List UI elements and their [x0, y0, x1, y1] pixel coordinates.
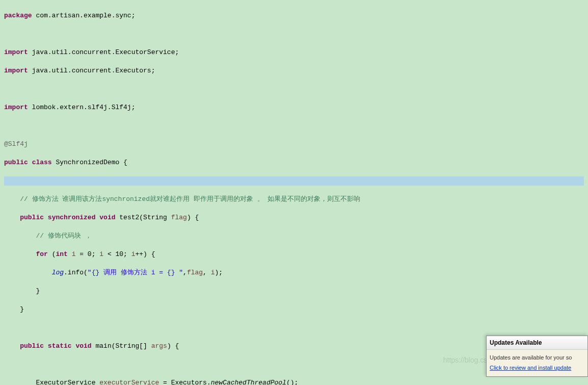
popup-line1: Updates are available for your so — [490, 353, 584, 362]
updates-popup[interactable]: Updates Available Updates are available … — [486, 336, 588, 377]
text: ) { — [187, 214, 199, 221]
code-line: import java.util.concurrent.ExecutorServ… — [4, 48, 584, 57]
highlighted-line — [4, 176, 584, 186]
keyword: public — [4, 159, 28, 166]
keyword: import — [4, 67, 28, 74]
popup-title: Updates Available — [487, 336, 587, 350]
variable: args — [151, 342, 167, 350]
code-line: import lombok.extern.slf4j.Slf4j; — [4, 103, 584, 112]
keyword: package — [4, 12, 32, 19]
variable: i — [99, 250, 103, 258]
keyword: import — [4, 104, 28, 111]
keyword: for — [36, 250, 47, 258]
keyword: class — [32, 159, 52, 166]
keyword: void — [99, 214, 115, 221]
variable: flag — [187, 269, 203, 276]
code-line: import java.util.concurrent.Executors; — [4, 66, 584, 75]
code-line: package com.artisan.example.sync; — [4, 11, 584, 20]
code-line: for (int i = 0; i < 10; i++) { — [4, 250, 584, 259]
text: lombok.extern.slf4j.Slf4j; — [28, 104, 136, 111]
code-line — [4, 85, 584, 94]
code-line: // 修饰方法 谁调用该方法synchronized就对谁起作用 即作用于调用的… — [4, 195, 584, 204]
static-method: newCachedThreadPool — [211, 379, 286, 385]
code-line: } — [4, 305, 584, 314]
code-line: ExecutorService executorService = Execut… — [4, 378, 584, 385]
keyword: void — [75, 342, 91, 350]
comment: // 修饰代码块 ， — [4, 232, 92, 240]
keyword: import — [4, 48, 28, 56]
code-line — [4, 121, 584, 131]
text: java.util.concurrent.ExecutorService; — [28, 48, 179, 56]
keyword: int — [56, 250, 67, 258]
keyword: public — [20, 342, 44, 350]
keyword: static — [48, 342, 72, 350]
code-editor[interactable]: package com.artisan.example.sync; import… — [0, 0, 588, 385]
code-line: public synchronized void test2(String fl… — [4, 213, 584, 222]
code-line: @Slf4j — [4, 140, 584, 149]
variable: executorService — [99, 379, 159, 385]
text: test2(String — [116, 214, 171, 221]
text: com.artisan.example.sync; — [32, 12, 136, 19]
text: SynchronizedDemo { — [52, 159, 127, 166]
string: "{} 调用 修饰方法 i = {} " — [88, 269, 183, 276]
popup-install-link[interactable]: Click to review and install update — [490, 363, 584, 372]
popup-body: Updates are available for your so Click … — [487, 350, 587, 376]
code-line — [4, 30, 584, 39]
code-line: } — [4, 287, 584, 296]
annotation: @Slf4j — [4, 140, 28, 148]
code-line: log.info("{} 调用 修饰方法 i = {} ",flag, i); — [4, 268, 584, 277]
code-line: public class SynchronizedDemo { — [4, 158, 584, 167]
field: log — [52, 269, 64, 276]
variable: i — [211, 269, 215, 276]
variable: flag — [171, 214, 187, 221]
variable: i — [131, 250, 136, 258]
text: java.util.concurrent.Executors; — [28, 67, 155, 74]
code-line: // 修饰代码块 ， — [4, 232, 584, 241]
keyword: synchronized — [48, 214, 96, 221]
code-line — [4, 323, 584, 332]
keyword: public — [20, 214, 44, 221]
comment: // 修饰方法 谁调用该方法synchronized就对谁起作用 即作用于调用的… — [4, 195, 360, 203]
